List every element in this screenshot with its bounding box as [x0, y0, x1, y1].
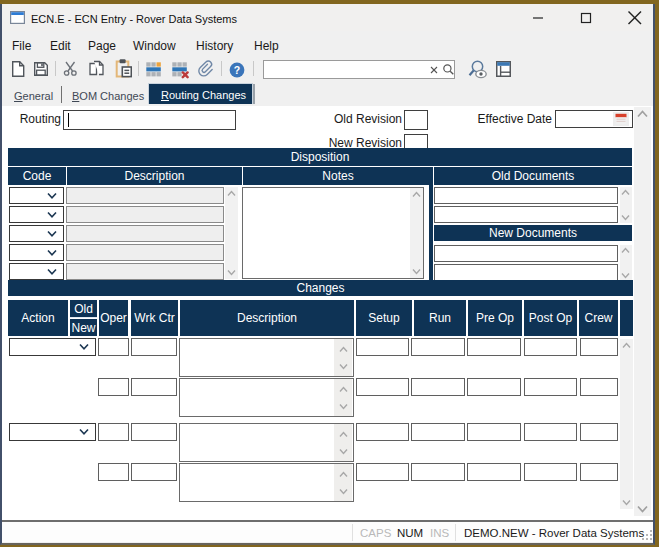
svg-text:?: ?: [234, 64, 240, 76]
